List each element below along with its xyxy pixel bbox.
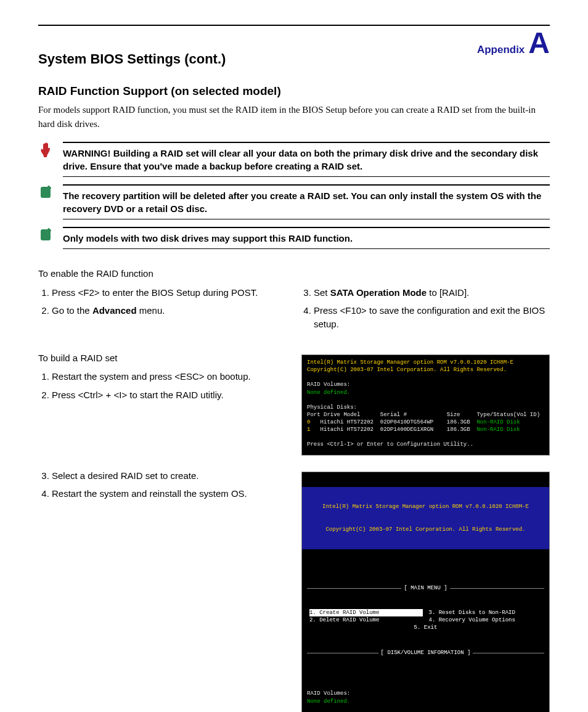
enable-block: To enable the RAID function Press <F2> t… [38, 268, 550, 336]
enable-step-3: Set SATA Operation Mode to [RAID]. [314, 286, 550, 300]
terminal-screenshot-boot: Intel(R) Matrix Storage Manager option R… [301, 354, 550, 456]
pencil-note-icon [38, 184, 55, 219]
appendix-label: Appendix [477, 44, 525, 56]
section-heading: RAID Function Support (on selected model… [38, 84, 550, 98]
info-note-two-disks: Only models with two disk drives may sup… [38, 227, 550, 249]
terminal-screenshot-mainmenu: Intel(R) Matrix Storage Manager option R… [301, 472, 550, 712]
terminal-header-bar: Intel(R) Matrix Storage Manager option R… [302, 487, 549, 549]
build-lead: To build a RAID set [38, 352, 287, 364]
warning-hand-icon [38, 142, 55, 177]
enable-step-2: Go to the Advanced menu. [52, 304, 288, 317]
warning-note: WARNING! Building a RAID set will clear … [38, 142, 550, 177]
terminal-header-line: Intel(R) Matrix Storage Manager option R… [302, 503, 549, 510]
menu-exit: 5. Exit [309, 624, 542, 631]
menu-recovery: 4. Recovery Volume Options [429, 616, 542, 624]
appendix-letter: A [528, 30, 550, 56]
build-block-2: Select a desired RAID set to create. Res… [38, 469, 550, 712]
build-step-3: Select a desired RAID set to create. [52, 469, 287, 483]
build-step-1: Restart the system and press <ESC> on bo… [52, 370, 287, 383]
build-block-1: To build a RAID set Restart the system a… [38, 352, 550, 456]
page-title: System BIOS Settings (cont.) [38, 51, 550, 67]
main-menu: 1. Create RAID Volume 3. Reset Disks to … [307, 609, 544, 631]
main-menu-label: [ MAIN MENU ] [307, 584, 544, 592]
menu-reset-disks: 3. Reset Disks to Non-RAID [429, 609, 542, 616]
info-note-recovery: The recovery partition will be deleted a… [38, 184, 550, 219]
note-body: Only models with two disk drives may sup… [63, 227, 550, 249]
enable-step-1: Press <F2> to enter the BIOS Setup durin… [52, 286, 288, 300]
pencil-note-icon [38, 227, 55, 249]
build-step-4: Restart the system and reinstall the sys… [52, 487, 287, 501]
menu-create-raid: 1. Create RAID Volume [309, 609, 423, 616]
note-body: WARNING! Building a RAID set will clear … [63, 142, 550, 177]
terminal-header-line: Copyright(C) 2003-07 Intel Corporation. … [302, 526, 549, 533]
enable-lead: To enable the RAID function [38, 268, 288, 280]
disk-info-block: RAID Volumes: None defined. Physical Dis… [302, 689, 549, 712]
menu-delete-raid: 2. Delete RAID Volume [309, 616, 423, 624]
header-rule [38, 25, 550, 26]
note-body: The recovery partition will be deleted a… [63, 184, 550, 219]
enable-step-4: Press <F10> to save the configuration an… [314, 304, 550, 331]
intro-paragraph: For models support RAID function, you mu… [38, 103, 550, 131]
build-step-2: Press <Ctrl> + <I> to start the RAID uti… [52, 388, 287, 402]
page: Appendix A System BIOS Settings (cont.) … [0, 0, 588, 712]
disk-info-label: [ DISK/VOLUME INFORMATION ] [307, 649, 544, 657]
